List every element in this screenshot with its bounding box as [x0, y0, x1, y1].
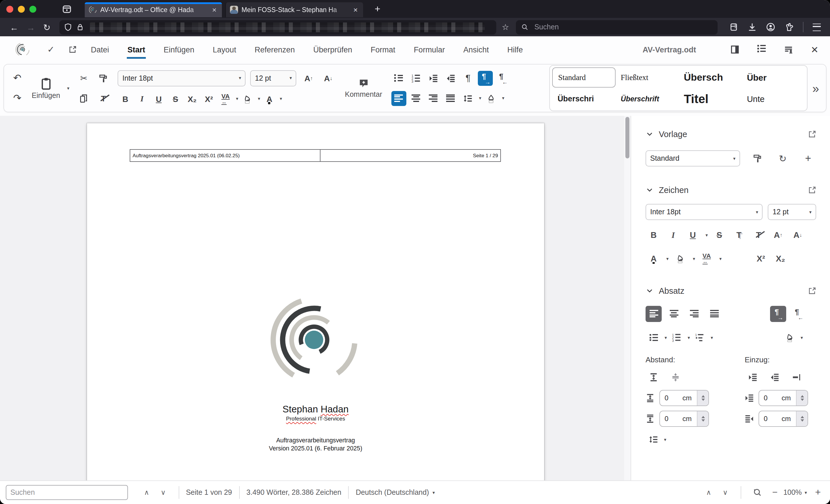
- menu-datei[interactable]: Datei: [90, 42, 109, 57]
- previous-page-button[interactable]: ∧: [700, 489, 717, 497]
- toolbar-overflow-button[interactable]: »: [812, 82, 819, 94]
- grow-font-button[interactable]: A↑: [301, 71, 316, 86]
- find-input[interactable]: [6, 485, 128, 500]
- decrease-indent-button[interactable]: [767, 369, 783, 385]
- open-external-icon[interactable]: [68, 45, 76, 54]
- section-zeichen[interactable]: Zeichen: [645, 186, 816, 195]
- menu-hilfe[interactable]: Hilfe: [507, 42, 523, 57]
- back-button[interactable]: ←: [6, 23, 23, 31]
- menu-formular[interactable]: Formular: [413, 42, 446, 57]
- outline-list-button[interactable]: [692, 330, 708, 346]
- document-page[interactable]: Auftragsverarbeitungsvertrag 2025.01 (06…: [87, 123, 544, 480]
- sidebar-font-name-combobox[interactable]: Inter 18pt▾: [645, 204, 763, 220]
- language-caret[interactable]: ▾: [433, 490, 435, 495]
- bold-button[interactable]: B: [118, 91, 133, 106]
- clear-formatting-button[interactable]: T: [751, 227, 767, 243]
- increase-spacing-button[interactable]: [645, 369, 662, 385]
- align-left-button[interactable]: [391, 91, 406, 106]
- downloads-icon[interactable]: [744, 21, 760, 33]
- strikethrough-button[interactable]: S: [711, 227, 727, 243]
- character-spacing-caret[interactable]: ▾: [719, 256, 722, 261]
- line-spacing-button[interactable]: [645, 431, 662, 447]
- paste-button[interactable]: Einfügen: [32, 77, 60, 99]
- numbered-list-button[interactable]: [669, 330, 685, 346]
- next-page-button[interactable]: ∨: [717, 489, 734, 497]
- word-count-status[interactable]: 3.490 Wörter, 28.386 Zeichen: [247, 489, 341, 497]
- browser-search-input[interactable]: [533, 23, 712, 32]
- left-to-right-button[interactable]: ¶→: [478, 71, 493, 86]
- italic-button[interactable]: I: [135, 91, 150, 106]
- menu-layout[interactable]: Layout: [212, 42, 236, 57]
- grow-font-button[interactable]: A↑: [770, 227, 786, 243]
- menu-ansicht[interactable]: Ansicht: [463, 42, 490, 57]
- refresh-style-button[interactable]: ↻: [775, 150, 791, 166]
- formatting-marks-button[interactable]: ¶: [460, 71, 476, 86]
- align-left-button[interactable]: [645, 306, 662, 322]
- left-to-right-button[interactable]: ¶→: [770, 306, 786, 322]
- increase-indent-button[interactable]: [426, 71, 441, 86]
- close-window-button[interactable]: [6, 5, 13, 12]
- align-right-button[interactable]: [426, 91, 441, 106]
- new-style-button[interactable]: +: [800, 150, 816, 166]
- font-color-caret[interactable]: ▾: [666, 256, 669, 261]
- clone-formatting-button[interactable]: [96, 71, 111, 86]
- decrease-indent-button[interactable]: [443, 71, 458, 86]
- character-spacing-button[interactable]: VA↔: [218, 91, 233, 106]
- scrollbar-thumb[interactable]: [626, 117, 630, 158]
- page-count-status[interactable]: Seite 1 von 29: [186, 489, 232, 497]
- zoom-window-button[interactable]: [29, 5, 36, 12]
- zoom-caret[interactable]: ▾: [805, 490, 807, 495]
- decrease-spacing-button[interactable]: [667, 369, 683, 385]
- font-size-combobox[interactable]: 12 pt▾: [250, 70, 296, 86]
- below-spacing-field[interactable]: 0cm: [660, 411, 709, 427]
- find-previous-button[interactable]: ∧: [138, 489, 155, 497]
- close-tab-icon[interactable]: ✕: [211, 5, 218, 14]
- align-center-button[interactable]: [409, 91, 424, 106]
- tracking-shield-icon[interactable]: [64, 23, 72, 31]
- toggle-sidebar-icon[interactable]: [729, 44, 740, 55]
- document-list-icon[interactable]: [757, 44, 766, 55]
- update-style-button[interactable]: [749, 150, 765, 166]
- hanging-indent-button[interactable]: [789, 369, 805, 385]
- firefox-view-icon[interactable]: [62, 4, 72, 14]
- stepper[interactable]: [697, 391, 708, 405]
- bullet-list-caret[interactable]: ▾: [665, 335, 667, 340]
- section-vorlage[interactable]: Vorlage: [645, 130, 816, 139]
- align-right-button[interactable]: [686, 306, 702, 322]
- comment-button[interactable]: Kommentar: [345, 78, 382, 98]
- underline-caret[interactable]: ▾: [705, 232, 708, 238]
- resolve-comments-icon[interactable]: [783, 44, 793, 55]
- shadow-button[interactable]: T: [731, 227, 747, 243]
- document-canvas[interactable]: Auftragsverarbeitungsvertrag 2025.01 (06…: [0, 116, 631, 480]
- paragraph-background-button[interactable]: [484, 91, 499, 106]
- sidebar-font-size-combobox[interactable]: 12 pt▾: [768, 204, 816, 220]
- stepper[interactable]: [796, 411, 807, 426]
- subscript-button[interactable]: X₂: [772, 250, 789, 267]
- paragraph-style-combobox[interactable]: Standard▾: [645, 150, 740, 166]
- paste-dropdown-caret[interactable]: ▾: [67, 86, 69, 91]
- app-menu-icon[interactable]: [809, 22, 824, 33]
- new-tab-button[interactable]: +: [371, 3, 384, 15]
- tab-av-vertrag[interactable]: AV-Vertrag.odt – Office @ Hada ✕: [85, 2, 222, 17]
- shrink-font-button[interactable]: A↓: [790, 227, 806, 243]
- numbered-list-button[interactable]: [409, 71, 424, 86]
- superscript-button[interactable]: X²: [201, 91, 217, 106]
- redo-button[interactable]: ↷: [10, 91, 25, 106]
- zoom-in-button[interactable]: +: [815, 487, 821, 498]
- style-ueberschrift-3[interactable]: Überschri: [552, 89, 615, 108]
- superscript-button[interactable]: X²: [753, 250, 769, 267]
- style-titel[interactable]: Titel: [679, 89, 742, 108]
- font-color-caret[interactable]: ▾: [280, 96, 282, 101]
- style-ueberschrift-1[interactable]: Übersch: [679, 68, 742, 87]
- bold-button[interactable]: B: [645, 227, 662, 243]
- font-color-button[interactable]: A: [645, 250, 662, 267]
- save-check-icon[interactable]: ✓: [47, 44, 55, 55]
- highlight-color-caret[interactable]: ▾: [693, 256, 695, 261]
- minimize-window-button[interactable]: [18, 5, 25, 12]
- section-absatz[interactable]: Absatz: [645, 286, 816, 296]
- close-tab-icon[interactable]: ✕: [352, 5, 359, 14]
- character-spacing-button[interactable]: VA↔: [699, 250, 715, 267]
- after-text-indent-field[interactable]: 0cm: [759, 411, 808, 427]
- font-name-combobox[interactable]: Inter 18pt▾: [118, 70, 246, 86]
- before-text-indent-field[interactable]: 0cm: [759, 390, 808, 406]
